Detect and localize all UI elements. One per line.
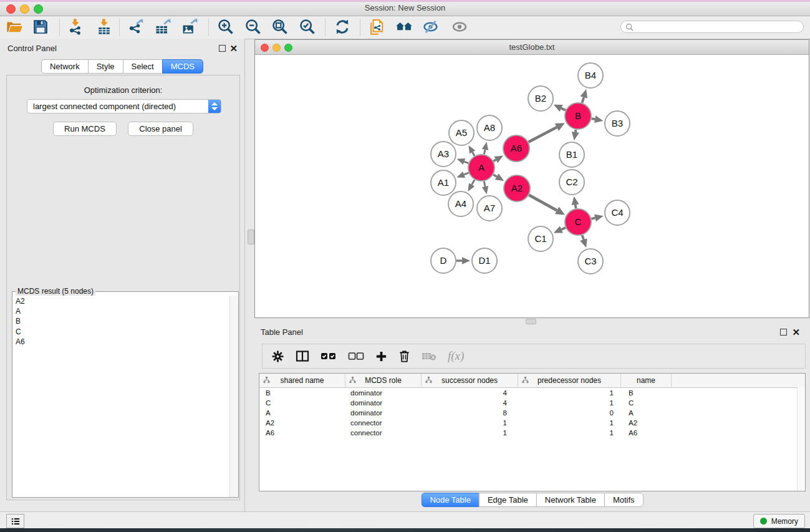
graph-edge[interactable] xyxy=(592,118,595,119)
show-column-panel-icon[interactable] xyxy=(296,350,309,362)
run-mcds-button[interactable]: Run MCDS xyxy=(53,122,117,136)
graph-edge[interactable] xyxy=(582,97,584,103)
table-cell: C xyxy=(259,399,345,407)
tab-node-table[interactable]: Node Table xyxy=(421,493,480,507)
graph-node-label: B1 xyxy=(566,149,577,160)
select-all-rows-icon[interactable] xyxy=(321,352,337,360)
graph-node-label: B3 xyxy=(612,118,623,128)
graph-node-label: C2 xyxy=(566,177,577,187)
deselect-all-rows-icon[interactable] xyxy=(348,352,364,360)
table-cell: dominator xyxy=(345,399,422,407)
zoom-selected-icon[interactable] xyxy=(299,18,316,36)
table-cell: 0 xyxy=(518,409,621,417)
table-cell: 1 xyxy=(518,419,621,427)
table-cell: B xyxy=(259,389,345,397)
graph-edge-arrowhead xyxy=(580,89,587,99)
close-panel-icon[interactable]: ✕ xyxy=(229,45,238,52)
graph-edge[interactable] xyxy=(561,108,566,110)
status-bar: Memory xyxy=(0,511,810,529)
table-row[interactable]: A6connector11A6 xyxy=(259,428,805,438)
graph-node-label: A3 xyxy=(438,148,449,159)
graph-edge[interactable] xyxy=(493,160,496,161)
graph-edge[interactable] xyxy=(484,181,485,187)
tab-mcds[interactable]: MCDS xyxy=(162,59,203,74)
graph-node-label: A1 xyxy=(438,177,449,188)
table-row[interactable]: A2connector11A2 xyxy=(259,418,805,428)
toolbar-separator xyxy=(208,19,209,36)
table-row[interactable]: Adominator80A xyxy=(259,408,805,418)
delete-columns-icon[interactable] xyxy=(398,350,410,363)
network-canvas[interactable]: B4B2BB3A8A5A6A3B1AC2A1A2A4A7C4CC1DD1C3 xyxy=(255,55,809,317)
table-row[interactable]: Cdominator41C xyxy=(259,398,805,408)
tab-network[interactable]: Network xyxy=(41,59,89,74)
tab-edge-table[interactable]: Edge Table xyxy=(479,493,537,507)
show-graphics-details-icon[interactable] xyxy=(451,18,468,36)
vertical-splitter-handle[interactable] xyxy=(248,230,254,244)
table-cell: connector xyxy=(345,419,422,427)
result-scrollbar[interactable] xyxy=(229,296,238,497)
column-header-successor-nodes[interactable]: successor nodes xyxy=(422,374,518,387)
graph-edge[interactable] xyxy=(561,228,566,230)
memory-button[interactable]: Memory xyxy=(753,514,805,528)
graph-edge[interactable] xyxy=(464,173,468,175)
task-history-button[interactable] xyxy=(6,514,24,528)
table-cell: A6 xyxy=(621,429,672,437)
graph-edge[interactable] xyxy=(493,175,497,177)
graph-edge[interactable] xyxy=(472,180,475,185)
memory-label: Memory xyxy=(771,517,798,526)
tab-style[interactable]: Style xyxy=(88,59,123,74)
graph-edge[interactable] xyxy=(576,205,576,208)
table-cell: 1 xyxy=(518,399,621,407)
first-neighbors-icon[interactable] xyxy=(395,18,413,36)
hide-graphics-details-icon[interactable] xyxy=(422,18,440,36)
graph-edge[interactable] xyxy=(484,150,485,155)
table-header-row[interactable]: shared nameMCDS rolesuccessor nodesprede… xyxy=(259,374,805,388)
open-session-icon[interactable] xyxy=(6,18,23,36)
graph-node-label: C1 xyxy=(534,233,546,244)
hierarchy-icon xyxy=(263,377,270,384)
column-header-name[interactable]: name xyxy=(621,374,672,387)
graph-edge[interactable] xyxy=(582,235,584,239)
toolbar-separator xyxy=(360,19,360,36)
table-options-icon[interactable] xyxy=(271,350,284,363)
import-table-icon[interactable] xyxy=(95,18,113,36)
graph-edge[interactable] xyxy=(576,130,576,132)
search-field[interactable] xyxy=(620,21,804,33)
import-network-icon[interactable] xyxy=(67,18,84,36)
zoom-in-icon[interactable] xyxy=(217,18,234,36)
mcds-result-legend: MCDS result (5 nodes) xyxy=(16,287,95,296)
export-network-icon[interactable] xyxy=(127,18,145,36)
graph-edge[interactable] xyxy=(591,218,595,218)
float-panel-icon[interactable] xyxy=(219,45,226,52)
float-table-panel-icon[interactable] xyxy=(780,329,787,336)
graph-edge[interactable] xyxy=(473,152,475,156)
zoom-out-icon[interactable] xyxy=(244,18,262,36)
create-network-from-selection-icon[interactable] xyxy=(369,18,386,36)
refresh-view-icon[interactable] xyxy=(334,18,351,36)
table-row[interactable]: Bdominator41B xyxy=(259,388,805,398)
zoom-fit-icon[interactable] xyxy=(271,18,289,36)
graph-node-label: C4 xyxy=(611,207,623,218)
graph-edge[interactable] xyxy=(529,195,557,211)
close-table-panel-icon[interactable]: ✕ xyxy=(792,329,800,336)
network-window-titlebar[interactable]: testGlobe.txt xyxy=(255,40,809,55)
graph-node-label: A4 xyxy=(455,198,466,209)
column-header-shared-name[interactable]: shared name xyxy=(259,374,345,387)
export-image-icon[interactable] xyxy=(181,18,198,36)
criterion-dropdown[interactable]: largest connected component (directed) xyxy=(27,99,221,114)
create-new-column-icon[interactable] xyxy=(375,351,387,362)
tab-network-table[interactable]: Network Table xyxy=(536,493,605,507)
save-session-icon[interactable] xyxy=(32,18,49,36)
graph-edge[interactable] xyxy=(464,162,468,163)
mcds-panel: Optimization criterion: largest connecte… xyxy=(6,75,240,500)
column-header-label: predecessor nodes xyxy=(538,376,601,385)
tab-select[interactable]: Select xyxy=(123,59,163,74)
column-header-predecessor-nodes[interactable]: predecessor nodes xyxy=(518,374,621,387)
tab-motifs[interactable]: Motifs xyxy=(604,493,644,507)
export-table-icon[interactable] xyxy=(154,18,171,36)
close-panel-button[interactable]: Close panel xyxy=(128,122,193,136)
table-scrollbar[interactable] xyxy=(797,387,805,491)
search-input[interactable] xyxy=(634,21,803,32)
column-header-MCDS-role[interactable]: MCDS role xyxy=(345,374,422,387)
graph-edge[interactable] xyxy=(528,127,556,142)
